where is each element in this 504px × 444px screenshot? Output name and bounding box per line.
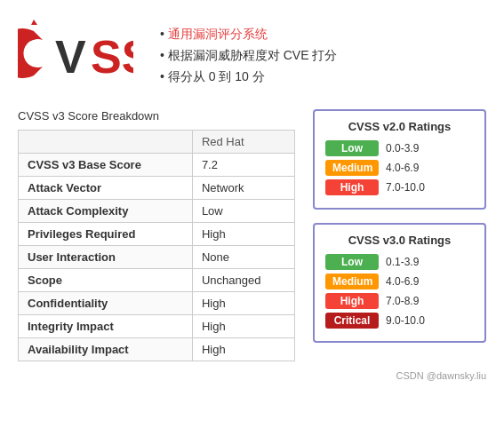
intro-item-3: 得分从 0 到 10 分 [160, 69, 337, 85]
table-row: Attack Complexity Low [19, 200, 295, 223]
table-row: CVSS v3 Base Score 7.2 [19, 154, 295, 177]
rating-row: Medium 4.0-6.9 [325, 160, 474, 176]
rating-badge: Low [325, 254, 379, 270]
rating-badge: Critical [325, 313, 379, 329]
table-row: Attack Vector Network [19, 177, 295, 200]
row-label: Attack Vector [19, 177, 193, 200]
ratings-v3-title: CVSS v3.0 Ratings [325, 234, 474, 247]
logo: V SS [18, 18, 133, 91]
col-redhat-header: Red Hat [192, 131, 294, 154]
row-label: Scope [19, 269, 193, 292]
ratings-v2-card: CVSS v2.0 Ratings Low 0.0-3.9 Medium 4.0… [313, 109, 486, 210]
right-section: CVSS v2.0 Ratings Low 0.0-3.9 Medium 4.0… [313, 109, 486, 361]
rating-row: Low 0.1-3.9 [325, 254, 474, 270]
row-label: Privileges Required [19, 223, 193, 246]
row-label: Confidentiality [19, 292, 193, 315]
intro-item-2: 根据漏洞威胁程度对 CVE 打分 [160, 48, 337, 64]
rating-badge: Medium [325, 160, 379, 176]
svg-marker-0 [31, 20, 37, 25]
ratings-v3-card: CVSS v3.0 Ratings Low 0.1-3.9 Medium 4.0… [313, 223, 486, 343]
row-value: High [192, 223, 294, 246]
rating-row: Low 0.0-3.9 [325, 140, 474, 156]
row-label: User Interaction [19, 246, 193, 269]
rating-range: 0.1-3.9 [386, 256, 419, 268]
intro-item-1: 通用漏洞评分系统 [160, 27, 337, 43]
rating-range: 7.0-10.0 [386, 181, 425, 194]
rating-row: High 7.0-8.9 [325, 293, 474, 309]
row-label: CVSS v3 Base Score [19, 154, 193, 177]
table-row: Confidentiality High [19, 292, 295, 315]
score-table: Red Hat CVSS v3 Base Score 7.2 Attack Ve… [18, 130, 295, 361]
svg-text:SS: SS [91, 31, 133, 83]
intro-list: 通用漏洞评分系统 根据漏洞威胁程度对 CVE 打分 得分从 0 到 10 分 [160, 18, 337, 91]
table-row: Privileges Required High [19, 223, 295, 246]
row-value: None [192, 246, 294, 269]
rating-range: 4.0-6.9 [386, 162, 419, 174]
table-row: Availability Impact High [19, 338, 295, 361]
row-value: Network [192, 177, 294, 200]
svg-text:V: V [55, 31, 86, 83]
main-content: CVSS v3 Score Breakdown Red Hat CVSS v3 … [18, 109, 486, 361]
row-value: High [192, 292, 294, 315]
rating-badge: Medium [325, 274, 379, 289]
row-label: Availability Impact [19, 338, 193, 361]
rating-row: High 7.0-10.0 [325, 179, 474, 195]
col-label-header [19, 131, 193, 154]
row-value: High [192, 338, 294, 361]
rating-range: 4.0-6.9 [386, 275, 419, 288]
row-label: Integrity Impact [19, 315, 193, 338]
table-row: Scope Unchanged [19, 269, 295, 292]
row-value: High [192, 315, 294, 338]
row-value: Unchanged [192, 269, 294, 292]
rating-row: Medium 4.0-6.9 [325, 274, 474, 289]
table-row: User Interaction None [19, 246, 295, 269]
row-label: Attack Complexity [19, 200, 193, 223]
rating-row: Critical 9.0-10.0 [325, 313, 474, 329]
header: V SS 通用漏洞评分系统 根据漏洞威胁程度对 CVE 打分 得分从 0 到 1… [18, 18, 486, 91]
table-row: Integrity Impact High [19, 315, 295, 338]
watermark: CSDN @dawnsky.liu [18, 370, 486, 381]
row-value: Low [192, 200, 294, 223]
row-value: 7.2 [192, 154, 294, 177]
rating-range: 7.0-8.9 [386, 295, 419, 307]
rating-badge: Low [325, 140, 379, 156]
rating-range: 0.0-3.9 [386, 142, 419, 155]
rating-range: 9.0-10.0 [386, 314, 425, 327]
rating-badge: High [325, 293, 379, 309]
left-section: CVSS v3 Score Breakdown Red Hat CVSS v3 … [18, 109, 295, 361]
ratings-v2-title: CVSS v2.0 Ratings [325, 120, 474, 133]
rating-badge: High [325, 179, 379, 195]
section-title: CVSS v3 Score Breakdown [18, 109, 295, 123]
